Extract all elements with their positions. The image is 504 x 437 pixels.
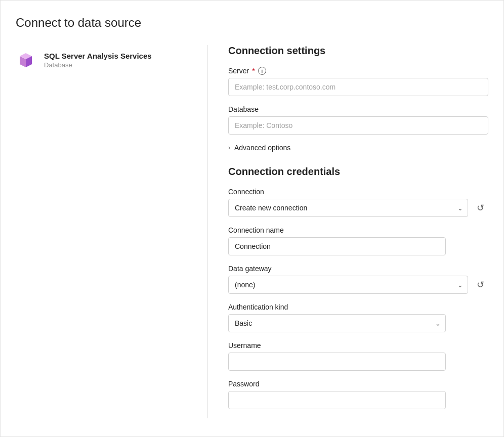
username-label: Username <box>228 341 261 349</box>
connection-select-wrapper: Create new connection ⌄ <box>228 199 468 217</box>
connection-name-label-row: Connection name <box>228 226 488 234</box>
data-gateway-select[interactable]: (none) <box>228 276 468 294</box>
data-gateway-dropdown-row: (none) ⌄ ↺ <box>228 276 488 294</box>
data-gateway-label: Data gateway <box>228 265 272 273</box>
auth-kind-select[interactable]: Basic Windows OAuth2 <box>228 314 446 332</box>
advanced-options-label: Advanced options <box>234 144 290 152</box>
connection-label: Connection <box>228 188 264 196</box>
auth-kind-label-row: Authentication kind <box>228 303 488 311</box>
password-field-group: Password <box>228 380 488 409</box>
connection-label-row: Connection <box>228 188 488 196</box>
database-label: Database <box>228 105 259 113</box>
left-panel: SQL Server Analysis Services Database <box>16 45 208 418</box>
connection-name-field-group: Connection name <box>228 226 488 255</box>
server-label: Server <box>228 67 249 75</box>
data-source-item: SQL Server Analysis Services Database <box>16 50 187 70</box>
data-source-info: SQL Server Analysis Services Database <box>44 52 152 69</box>
advanced-options-toggle[interactable]: › Advanced options <box>228 144 488 152</box>
data-source-type: Database <box>44 61 152 69</box>
connection-refresh-button[interactable]: ↺ <box>472 200 488 216</box>
connection-settings-section: Connection settings Server * i Database <box>228 45 488 152</box>
refresh-icon-gateway: ↺ <box>477 279 484 290</box>
data-gateway-refresh-button[interactable]: ↺ <box>472 277 488 293</box>
server-label-row: Server * i <box>228 67 488 75</box>
username-input[interactable] <box>228 353 446 371</box>
connection-name-label: Connection name <box>228 226 284 234</box>
auth-kind-field-group: Authentication kind Basic Windows OAuth2… <box>228 303 488 332</box>
username-label-row: Username <box>228 341 488 349</box>
cube-icon <box>16 50 36 70</box>
page-container: Connect to data source SQL Serve <box>0 0 504 437</box>
chevron-right-icon: › <box>228 144 230 151</box>
password-label: Password <box>228 380 259 388</box>
connection-settings-title: Connection settings <box>228 45 488 57</box>
database-field-group: Database <box>228 105 488 135</box>
right-panel: Connection settings Server * i Database <box>208 45 488 418</box>
connection-credentials-section: Connection credentials Connection Create… <box>228 166 488 409</box>
connection-credentials-title: Connection credentials <box>228 166 488 178</box>
data-gateway-label-row: Data gateway <box>228 265 488 273</box>
database-label-row: Database <box>228 105 488 113</box>
data-gateway-field-group: Data gateway (none) ⌄ ↺ <box>228 265 488 294</box>
server-input[interactable] <box>228 78 488 96</box>
server-field-group: Server * i <box>228 67 488 96</box>
refresh-icon: ↺ <box>477 202 484 213</box>
database-input[interactable] <box>228 116 488 135</box>
content-layout: SQL Server Analysis Services Database Co… <box>16 45 488 418</box>
connection-dropdown-row: Create new connection ⌄ ↺ <box>228 199 488 217</box>
connection-select[interactable]: Create new connection <box>228 199 468 217</box>
page-title: Connect to data source <box>16 16 488 30</box>
password-input[interactable] <box>228 391 446 409</box>
server-required-star: * <box>252 67 255 75</box>
connection-field-group: Connection Create new connection ⌄ ↺ <box>228 188 488 217</box>
connection-name-input[interactable] <box>228 237 446 255</box>
data-source-name: SQL Server Analysis Services <box>44 52 152 60</box>
auth-kind-label: Authentication kind <box>228 303 288 311</box>
username-field-group: Username <box>228 341 488 371</box>
auth-kind-select-wrapper: Basic Windows OAuth2 ⌄ <box>228 314 446 332</box>
server-info-icon[interactable]: i <box>258 67 266 75</box>
password-label-row: Password <box>228 380 488 388</box>
data-gateway-select-wrapper: (none) ⌄ <box>228 276 468 294</box>
